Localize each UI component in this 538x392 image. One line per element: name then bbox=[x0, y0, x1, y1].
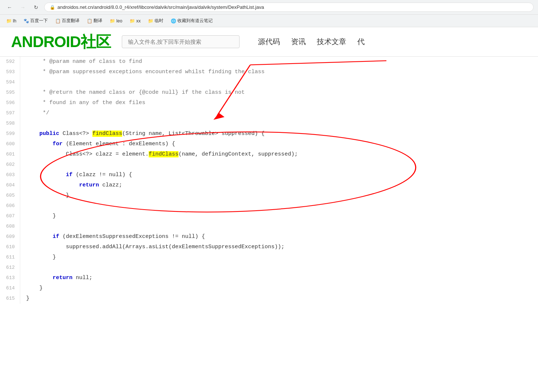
nav-more[interactable]: 代 bbox=[357, 37, 365, 47]
bookmarks-bar: 📁 lh 🐾 百度一下 📋 百度翻译 📋 翻译 📁 leo 📁 xx 📁 临时 … bbox=[0, 15, 538, 27]
youdao-icon: 🌐 bbox=[171, 18, 176, 24]
refresh-button[interactable]: ↻ bbox=[31, 2, 41, 13]
bookmark-item-linshi[interactable]: 📁 临时 bbox=[145, 17, 166, 25]
code-line-606: 606 bbox=[0, 201, 538, 211]
code-line-602: 602 bbox=[0, 160, 538, 170]
code-line-592: 592 * @param name of class to find bbox=[0, 57, 538, 67]
code-line-601: 601 Class<?> clazz = element.findClass(n… bbox=[0, 149, 538, 160]
browser-bar: ← → ↻ 🔒 androidos.net.cn/android/8.0.0_r… bbox=[0, 0, 538, 15]
code-line-611: 611 } bbox=[0, 252, 538, 263]
lock-icon: 🔒 bbox=[50, 5, 55, 10]
site-nav: 源代码 资讯 技术文章 代 bbox=[258, 37, 365, 47]
code-line-610: 610 suppressed.addAll(Arrays.asList(dexE… bbox=[0, 242, 538, 252]
bookmark-item-youdao[interactable]: 🌐 收藏到有道云笔记 bbox=[168, 17, 215, 25]
folder-icon-linshi: 📁 bbox=[148, 18, 153, 24]
nav-news[interactable]: 资讯 bbox=[291, 37, 306, 47]
bookmark-item-xx[interactable]: 📁 xx bbox=[127, 17, 143, 25]
bookmark-item-baidu[interactable]: 🐾 百度一下 bbox=[21, 17, 50, 25]
nav-source-code[interactable]: 源代码 bbox=[258, 37, 280, 47]
code-line-600: 600 for (Element element : dexElements) … bbox=[0, 139, 538, 149]
bookmark-item-baidu-fanyi[interactable]: 📋 百度翻译 bbox=[53, 17, 82, 25]
code-line-605: 605 } bbox=[0, 190, 538, 201]
forward-button[interactable]: → bbox=[18, 2, 28, 13]
address-text: androidos.net.cn/android/8.0.0_r4/xref/l… bbox=[57, 4, 264, 10]
bookmark-item-fanyi[interactable]: 📋 翻译 bbox=[84, 17, 105, 25]
code-line-599: 599 public Class<?> findClass(String nam… bbox=[0, 129, 538, 139]
code-line-608: 608 bbox=[0, 221, 538, 232]
code-line-593: 593 * @param suppressed exceptions encou… bbox=[0, 67, 538, 77]
bookmark-item-leo[interactable]: 📁 leo bbox=[107, 17, 125, 25]
translate-icon-1: 📋 bbox=[55, 18, 61, 24]
code-line-595: 595 * @return the named class or {@code … bbox=[0, 88, 538, 98]
code-line-615: 615 } bbox=[0, 293, 538, 304]
code-line-594: 594 bbox=[0, 77, 538, 88]
site-logo: ANDROID社区 bbox=[11, 32, 111, 52]
code-line-597: 597 */ bbox=[0, 108, 538, 118]
code-line-613: 613 return null; bbox=[0, 273, 538, 283]
code-line-612: 612 bbox=[0, 263, 538, 273]
translate-icon-2: 📋 bbox=[87, 18, 92, 24]
folder-icon-xx: 📁 bbox=[130, 18, 135, 24]
folder-icon: 📁 bbox=[6, 18, 12, 24]
code-line-604: 604 return clazz; bbox=[0, 180, 538, 190]
nav-articles[interactable]: 技术文章 bbox=[317, 37, 346, 47]
site-header: ANDROID社区 源代码 资讯 技术文章 代 bbox=[0, 27, 538, 57]
code-line-598: 598 bbox=[0, 118, 538, 129]
code-area: 592 * @param name of class to find 593 *… bbox=[0, 57, 538, 304]
address-bar[interactable]: 🔒 androidos.net.cn/android/8.0.0_r4/xref… bbox=[44, 3, 534, 12]
baidu-icon: 🐾 bbox=[24, 18, 29, 24]
code-line-607: 607 } bbox=[0, 211, 538, 221]
code-line-614: 614 } bbox=[0, 283, 538, 293]
code-line-603: 603 if (clazz != null) { bbox=[0, 170, 538, 180]
code-line-596: 596 * found in any of the dex files bbox=[0, 98, 538, 108]
site-search-input[interactable] bbox=[122, 35, 240, 48]
code-line-609: 609 if (dexElementsSuppressedExceptions … bbox=[0, 232, 538, 242]
back-button[interactable]: ← bbox=[4, 2, 15, 13]
bookmark-item-lh[interactable]: 📁 lh bbox=[4, 17, 19, 25]
folder-icon-leo: 📁 bbox=[110, 18, 115, 24]
